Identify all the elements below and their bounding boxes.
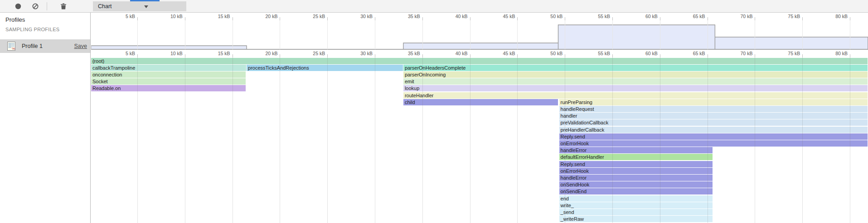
flame-frame[interactable]: Socket [91,78,246,85]
gridline [327,20,328,49]
flame-frame[interactable]: end [559,195,713,202]
sidebar-item-profile-1[interactable]: % Profile 1 Save [0,39,90,53]
view-mode-select[interactable]: Chart [93,1,186,11]
ruler-tick-mark [327,54,328,57]
flame-frame[interactable]: emit [403,78,868,85]
frame-label: handleError [561,147,587,153]
ruler-tick-mark [660,54,660,57]
frame-label: runPreParsing [561,100,592,105]
record-button[interactable] [12,0,24,13]
ruler-tick-mark [422,17,423,20]
ruler-tick-label: 75 kB [773,14,800,19]
save-profile-link[interactable]: Save [74,43,87,49]
ruler-tick-mark [233,54,233,57]
svg-text:%: % [12,47,15,51]
sampling-profiles-heading: SAMPLING PROFILES [5,27,59,32]
flame-frame[interactable]: Readable.on [91,85,246,91]
flame-frame[interactable]: onSendHook [559,181,713,188]
frame-label: _send [561,209,574,215]
no-symbol-icon [32,3,39,10]
frame-label: _writeRaw [561,216,584,222]
ruler-tick-mark [708,17,708,20]
flame-frame[interactable]: preValidationCallback [559,119,868,126]
ruler-tick-label: 75 kB [773,51,800,56]
gridline [708,20,708,49]
overview-timeline[interactable] [91,20,868,50]
ruler-tick-label: 55 kB [583,14,610,19]
frame-label: child [405,100,415,105]
ruler-tick-mark [612,54,613,57]
flame-frame[interactable]: write_ [559,202,713,209]
ruler-tick-label: 70 kB [725,14,752,19]
ruler-tick-mark [517,17,518,20]
flame-frame[interactable]: onconnection [91,71,246,78]
flame-frame[interactable]: parserOnHeadersComplete [403,65,868,71]
frame-label: preValidationCallback [561,120,609,125]
ruler-tick-label: 25 kB [298,14,325,19]
gridline [280,20,280,49]
frame-label: end [561,196,569,201]
frame-label: parserOnIncoming [405,72,446,77]
frame-label: onconnection [92,72,122,77]
ruler-tick-mark [327,17,328,20]
ruler-tick-label: 60 kB [630,51,658,56]
flame-frame[interactable]: lookup [403,85,868,91]
flame-frame[interactable]: _send [559,209,713,215]
flame-frame[interactable]: runPreParsing [559,99,868,105]
gridline [565,20,565,49]
flame-frame[interactable]: handleError [559,175,713,181]
ruler-tick-label: 20 kB [250,14,277,19]
flame-chart[interactable]: (root)callbackTrampolineprocessTicksAndR… [91,57,868,223]
flame-frame[interactable]: (root) [91,58,868,64]
flame-frame[interactable]: onErrorHook [559,140,868,147]
ruler-tick-label: 15 kB [203,51,230,56]
gridline [755,20,755,49]
frame-label: callbackTrampoline [92,65,135,71]
ruler-tick-mark [470,54,470,57]
flame-frame[interactable]: _writeRaw [559,216,713,222]
record-icon [15,3,22,10]
frame-label: Socket [92,79,108,84]
gridline [470,20,470,49]
frame-label: processTicksAndRejections [248,65,309,71]
view-mode-value: Chart [93,3,112,9]
ruler-tick-mark [755,54,755,57]
flame-frame[interactable]: parserOnIncoming [403,71,868,78]
flame-frame[interactable]: preHandlerCallback [559,127,868,133]
ruler-tick-mark [280,17,280,20]
ruler-tick-mark [802,54,803,57]
frame-label: write_ [561,203,574,208]
flame-frame[interactable]: handler [559,113,868,119]
frame-label: handleRequest [561,106,594,112]
ruler-tick-label: 20 kB [250,51,277,56]
flame-frame[interactable]: routeHandler [403,92,868,99]
ruler-tick-mark [185,17,185,20]
flame-frame[interactable]: handleRequest [559,106,868,112]
gridline [137,20,138,49]
ruler-tick-label: 25 kB [298,51,325,56]
frame-label: Reply.send [561,134,585,139]
flame-frame[interactable]: Reply.send [559,133,868,140]
ruler-tick-label: 45 kB [488,14,515,19]
gridline [375,20,375,49]
flame-frame[interactable]: onErrorHook [559,168,713,174]
flame-frame[interactable]: Reply.send [559,161,713,167]
clear-button[interactable] [29,0,42,13]
ruler-tick-label: 40 kB [441,51,468,56]
frame-label: Reply.send [561,161,585,167]
ruler-tick-mark [565,17,565,20]
ruler-tick-label: 35 kB [393,14,420,19]
flame-frame[interactable]: processTicksAndRejections [247,65,403,71]
ruler-tick-label: 80 kB [820,14,848,19]
flame-frame[interactable]: onSendEnd [559,188,713,195]
toolbar-separator [47,2,47,10]
flame-frame[interactable]: defaultErrorHandler [559,154,713,160]
flame-frame[interactable]: callbackTrampoline [91,65,246,71]
flame-frame[interactable]: handleError [559,147,713,153]
ruler-tick-label: 60 kB [630,14,658,19]
ruler-tick-mark [755,17,755,20]
delete-profile-button[interactable] [57,0,70,13]
flame-frame[interactable]: child [403,99,558,105]
ruler-tick-mark [375,54,375,57]
frame-label: onSendEnd [561,189,587,194]
